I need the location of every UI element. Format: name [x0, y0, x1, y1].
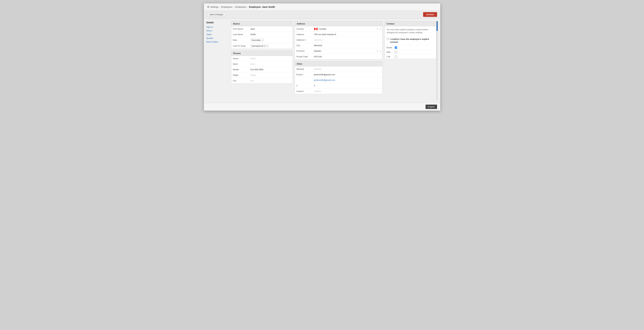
phone-home-row: Home Home [231, 56, 292, 61]
address2-row: Address 2 Address 2 [295, 37, 382, 43]
breadcrumb-employees1[interactable]: Employees [221, 6, 232, 8]
country-clear-icon[interactable]: × [377, 28, 378, 30]
email1-link-value[interactable]: janiesmith@gmail.com [313, 78, 382, 82]
sidebar-item-quotes[interactable]: Quotes [206, 37, 229, 40]
phone-pager-label: Pager [231, 73, 249, 77]
contact-mail-checkbox[interactable] [395, 51, 397, 53]
province-name: Quebec [314, 50, 376, 52]
city-value[interactable]: Montreal [313, 43, 382, 48]
phones-section: Phones Home Home Work Work Mobile 514-55… [231, 51, 293, 84]
sidebar-nav: Sign In Hours Sales Quotes Work Orders [206, 25, 229, 43]
role-value: Associate Manager Admin [249, 37, 292, 43]
first-name-value[interactable]: Jane [249, 27, 292, 31]
canada-flag-icon: 🇨🇦 [314, 27, 318, 31]
address1-row: Address 700 rue Saint-Antoine E [295, 32, 382, 37]
limit-shop-select[interactable]: Gameporium 3 Gameporium 1 Gameporium 2 [250, 44, 268, 48]
limit-shop-label: Limit To Shop [231, 44, 249, 48]
contact-call-checkbox[interactable] [395, 55, 397, 58]
postal-code-label: Postal Code [295, 54, 313, 59]
contact-call-label: Call [387, 55, 393, 58]
contact-mail-row: Mail [385, 50, 436, 54]
province-field[interactable]: Quebec × ▾ [313, 49, 382, 53]
sidebar-item-work-orders[interactable]: Work Orders [206, 40, 229, 43]
consent-label: I confirm I have the employee's explicit… [390, 38, 434, 43]
contact-email-row: Email [385, 45, 436, 50]
language-button[interactable]: English [426, 105, 437, 109]
phone-fax-label: Fax [231, 79, 249, 83]
last-name-value[interactable]: Smith [249, 32, 292, 37]
contact-call-row: Call [385, 54, 436, 59]
contact-email-label: Email [387, 46, 393, 49]
breadcrumb-sep-3: › [247, 6, 248, 8]
address-header: Address [295, 21, 382, 26]
scrollbar[interactable] [436, 21, 438, 100]
first-name-row: First Name Jane [231, 26, 292, 32]
custom-value[interactable]: Custom [313, 89, 382, 93]
address2-value[interactable]: Address 2 [313, 38, 382, 42]
postal-code-row: Postal Code H2Y1A6 [295, 54, 382, 59]
app-window: ⚙ Settings › Employees › Employees › Emp… [204, 3, 440, 111]
address1-value[interactable]: 700 rue Saint-Antoine E [313, 32, 382, 37]
phones-header: Phones [231, 51, 292, 56]
address-section: Address Country 🇨🇦 Canada × ▾ [295, 21, 382, 59]
footer: English [204, 103, 440, 111]
email1-link-label [295, 79, 313, 81]
phone-mobile-row: Mobile 514-555-5555 [231, 67, 292, 72]
website-value[interactable]: Website [313, 67, 382, 71]
save-button[interactable]: Save Changes [207, 12, 226, 17]
phone-home-label: Home [231, 56, 249, 61]
country-name: Canada [319, 28, 376, 30]
province-dropdown-icon[interactable]: ▾ [380, 50, 381, 52]
email1-value[interactable]: janiesmith@gmail.com [313, 72, 382, 77]
country-dropdown-icon[interactable]: ▾ [380, 28, 381, 30]
postal-code-value[interactable]: H2Y1A6 [313, 54, 382, 59]
breadcrumb-settings[interactable]: Settings [210, 6, 218, 8]
country-field[interactable]: 🇨🇦 Canada × ▾ [313, 26, 382, 31]
phone-mobile-value[interactable]: 514-555-5555 [249, 67, 292, 72]
address2-label: Address 2 [295, 38, 313, 42]
contact-mail-label: Mail [387, 51, 393, 53]
limit-shop-value: Gameporium 3 Gameporium 1 Gameporium 2 [249, 43, 292, 49]
contact-area: Contact You must have explicit employee … [384, 21, 438, 100]
breadcrumb-sep-1: › [220, 6, 220, 8]
toolbar: Save Changes Archive [204, 10, 440, 19]
basics-body: First Name Jane Last Name Smith Role Ass… [231, 26, 292, 49]
breadcrumb-employees2[interactable]: Employees [235, 6, 246, 8]
email2-value[interactable]: 2 [313, 83, 382, 88]
phone-home-value[interactable]: Home [249, 56, 292, 61]
limit-shop-row: Limit To Shop Gameporium 3 Gameporium 1 … [231, 43, 292, 49]
scroll-thumb[interactable] [436, 21, 438, 31]
phone-fax-value[interactable]: Fax [249, 79, 292, 83]
contact-email-checkbox[interactable] [395, 46, 397, 49]
consent-row: I confirm I have the employee's explicit… [385, 36, 436, 45]
phone-work-value[interactable]: Work [249, 62, 292, 66]
country-row: Country 🇨🇦 Canada × ▾ [295, 26, 382, 32]
last-name-row: Last Name Smith [231, 32, 292, 37]
address-body: Country 🇨🇦 Canada × ▾ Address 700 rue Sa… [295, 26, 382, 59]
city-row: City Montreal [295, 43, 382, 48]
role-select[interactable]: Associate Manager Admin [250, 38, 264, 42]
phone-fax-row: Fax Fax [231, 78, 292, 83]
basics-header: Basics [231, 21, 292, 26]
other-header: Other [295, 61, 382, 66]
sidebar-item-sign-in[interactable]: Sign In [206, 25, 229, 28]
consent-checkbox[interactable] [387, 38, 389, 40]
custom-row: Custom Custom [295, 88, 382, 94]
archive-button[interactable]: Archive [423, 12, 437, 17]
sidebar-item-hours[interactable]: Hours [206, 29, 229, 32]
phone-mobile-label: Mobile [231, 67, 249, 72]
other-section: Other Website Website Email 1 janiesmith… [295, 61, 382, 94]
email2-label: 2 [295, 83, 313, 88]
website-row: Website Website [295, 66, 382, 72]
basics-section: Basics First Name Jane Last Name Smith R… [231, 21, 293, 49]
email2-row: 2 2 [295, 83, 382, 88]
gear-icon: ⚙ [207, 5, 209, 8]
sidebar-item-sales[interactable]: Sales [206, 33, 229, 36]
phone-pager-value[interactable]: Pager [249, 73, 292, 77]
breadcrumb-sep-2: › [233, 6, 234, 8]
email1-link-row: janiesmith@gmail.com [295, 77, 382, 83]
sidebar: Details Sign In Hours Sales Quotes Work … [206, 21, 229, 100]
last-name-label: Last Name [231, 32, 249, 37]
contact-header: Contact [385, 21, 436, 26]
province-clear-icon[interactable]: × [377, 50, 378, 52]
